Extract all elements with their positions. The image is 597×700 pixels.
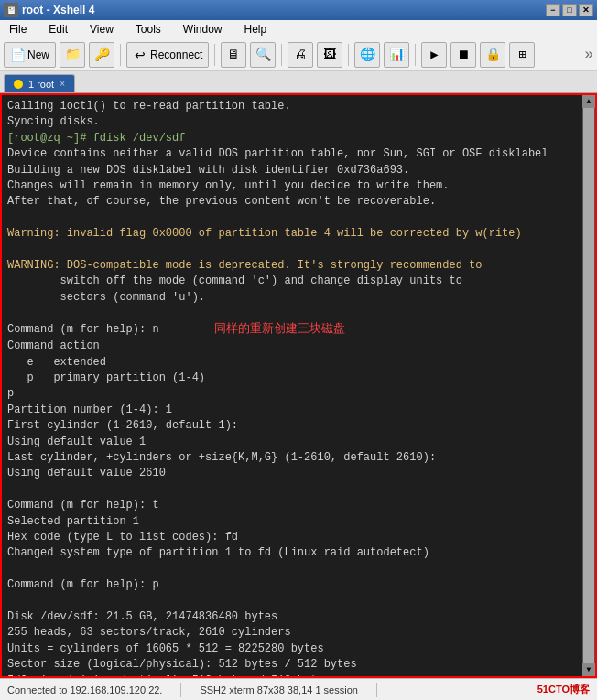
scrollbar[interactable]: ▲ ▼: [582, 95, 595, 676]
stop-button[interactable]: ⏹: [450, 42, 476, 68]
menu-bar: File Edit View Tools Window Help: [0, 20, 597, 38]
shield-icon: 🔒: [485, 47, 501, 62]
status-bar: Connected to 192.168.109.120:22. SSH2 xt…: [0, 678, 597, 700]
toolbar-separator-4: [348, 44, 349, 66]
minimize-button[interactable]: −: [546, 4, 560, 16]
menu-edit[interactable]: Edit: [43, 21, 73, 38]
reconnect-icon: ↩: [133, 48, 147, 62]
folder-button[interactable]: 📁: [60, 42, 85, 68]
grid-icon: ⊞: [518, 47, 526, 62]
maximize-button[interactable]: □: [562, 4, 577, 16]
tab-label: 1 root: [28, 79, 54, 90]
menu-file[interactable]: File: [4, 21, 32, 38]
monitor-icon: 🖥: [227, 48, 240, 62]
toolbar-separator-3: [281, 44, 282, 66]
app-icon: 🖥: [4, 3, 18, 17]
stop-icon: ⏹: [457, 48, 470, 62]
play-icon: ▶: [430, 47, 438, 62]
terminal-output: Calling ioctl() to re-read partition tab…: [7, 99, 590, 678]
key-button[interactable]: 🔑: [89, 42, 114, 68]
toolbar: 📄 New 📁 🔑 ↩ Reconnect 🖥 🔍 🖨 🖼 🌐 📊 ▶ ⏹ 🔒: [0, 38, 597, 71]
new-label: New: [27, 48, 49, 61]
terminal-content[interactable]: Calling ioctl() to re-read partition tab…: [0, 93, 597, 678]
tab-close-button[interactable]: ×: [60, 79, 65, 89]
toolbar-separator-5: [415, 44, 416, 66]
scroll-up-button[interactable]: ▲: [582, 95, 595, 108]
globe-button[interactable]: 🌐: [354, 42, 380, 68]
menu-window[interactable]: Window: [178, 21, 228, 38]
chart-button[interactable]: 📊: [384, 42, 409, 68]
search-icon: 🔍: [255, 47, 271, 62]
grid-button[interactable]: ⊞: [509, 42, 535, 68]
globe-icon: 🌐: [360, 47, 375, 62]
scroll-down-button[interactable]: ▼: [582, 663, 595, 676]
toolbar-expand[interactable]: »: [584, 47, 593, 63]
close-button[interactable]: ✕: [579, 4, 593, 16]
window-title: root - Xshell 4: [22, 4, 94, 16]
brand-logo: 51CTO博客: [537, 683, 590, 696]
monitor-button[interactable]: 🖥: [221, 42, 246, 68]
reconnect-label: Reconnect: [150, 48, 202, 61]
menu-tools[interactable]: Tools: [130, 21, 167, 38]
shield-button[interactable]: 🔒: [480, 42, 505, 68]
chart-icon: 📊: [389, 47, 405, 62]
print-icon: 🖨: [294, 48, 307, 62]
image-button[interactable]: 🖼: [317, 42, 342, 68]
key-icon: 🔑: [94, 47, 110, 62]
new-icon: 📄: [10, 48, 25, 62]
menu-help[interactable]: Help: [239, 21, 273, 38]
terminal-wrapper: Calling ioctl() to re-read partition tab…: [0, 93, 597, 678]
tab-indicator: [14, 80, 23, 89]
reconnect-button[interactable]: ↩ Reconnect: [126, 42, 209, 68]
connection-status: Connected to 192.168.109.120:22.: [7, 684, 162, 695]
folder-icon: 📁: [65, 47, 81, 62]
protocol-info: SSH2 xterm 87x38 38,14 1 session: [200, 684, 358, 695]
menu-view[interactable]: View: [84, 21, 119, 38]
image-icon: 🖼: [323, 48, 336, 62]
toolbar-separator-2: [214, 44, 215, 66]
title-bar: 🖥 root - Xshell 4 − □ ✕: [0, 0, 597, 20]
scroll-thumb[interactable]: [583, 108, 594, 663]
status-divider-1: [180, 683, 181, 697]
status-divider-2: [376, 683, 377, 697]
print-button[interactable]: 🖨: [288, 42, 313, 68]
play-button[interactable]: ▶: [421, 42, 447, 68]
search-button[interactable]: 🔍: [250, 42, 276, 68]
window-controls: − □ ✕: [546, 4, 593, 16]
toolbar-separator-1: [120, 44, 121, 66]
new-button[interactable]: 📄 New: [4, 42, 56, 68]
tab-bar: 1 root ×: [0, 71, 597, 93]
tab-root[interactable]: 1 root ×: [4, 74, 75, 92]
